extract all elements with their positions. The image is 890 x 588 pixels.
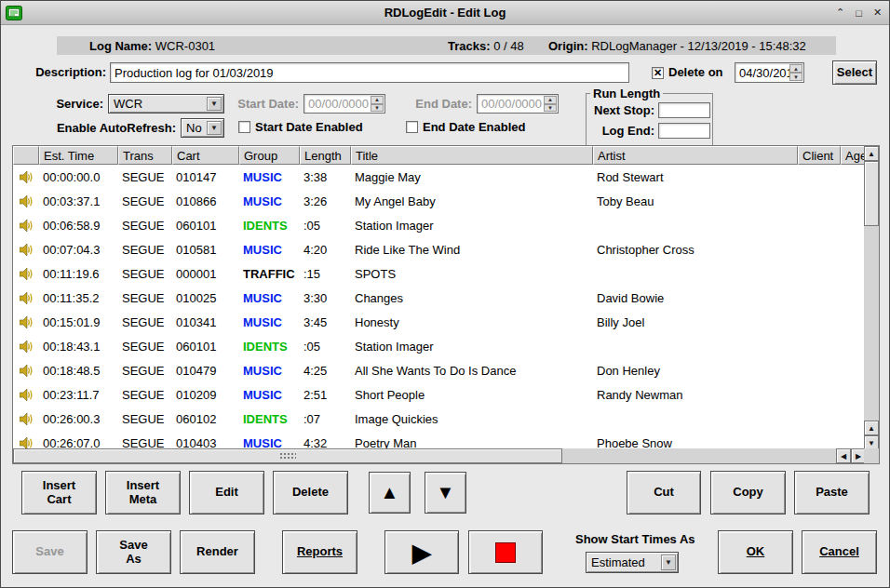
row-est-time: 00:15:01.9: [39, 315, 118, 329]
row-cart: 000001: [172, 267, 239, 281]
row-length: 3:45: [300, 315, 351, 329]
speaker-icon: [13, 437, 39, 449]
row-title: Short People: [351, 388, 593, 402]
save-as-button[interactable]: Save As: [96, 530, 171, 574]
description-label: Description:: [8, 65, 106, 79]
row-artist: Don Henley: [593, 364, 798, 378]
row-artist: Rod Stewart: [593, 170, 798, 184]
start-date-enabled-label: Start Date Enabled: [255, 120, 363, 134]
window-shade-button[interactable]: ⌃: [832, 5, 848, 20]
window-maximize-button[interactable]: □: [851, 5, 867, 20]
row-title: Honesty: [351, 315, 593, 329]
vertical-scrollbar[interactable]: ▲ ▲ ▼: [864, 146, 879, 450]
column-cart[interactable]: Cart: [172, 146, 239, 165]
column-est-time[interactable]: Est. Time: [39, 146, 118, 165]
play-button[interactable]: ▶: [384, 530, 459, 574]
cancel-button[interactable]: Cancel: [802, 530, 877, 574]
dropdown-arrow-icon: ▼: [661, 555, 676, 570]
next-stop-label: Next Stop:: [587, 103, 654, 117]
ok-button[interactable]: OK: [718, 530, 793, 574]
column-client[interactable]: Client: [798, 146, 841, 165]
save-button: Save: [12, 530, 88, 574]
dropdown-arrow-icon: ▼: [207, 121, 222, 135]
end-date-enabled-label: End Date Enabled: [423, 120, 526, 134]
select-date-button[interactable]: Select: [832, 60, 877, 85]
delete-button[interactable]: Delete: [273, 471, 348, 514]
column-trans[interactable]: Trans: [118, 146, 172, 165]
render-button[interactable]: Render: [180, 530, 255, 574]
column-artist[interactable]: Artist: [593, 146, 798, 165]
row-group: IDENTS: [239, 412, 300, 426]
window-close-button[interactable]: ✕: [870, 5, 885, 20]
table-row[interactable]: 00:15:01.9 SEGUE 010341 MUSIC 3:45 Hones…: [13, 310, 865, 334]
row-cart: 060101: [172, 219, 239, 233]
service-dropdown[interactable]: WCR ▼: [108, 94, 224, 114]
table-row[interactable]: 00:00:00.0 SEGUE 010147 MUSIC 3:38 Maggi…: [13, 165, 865, 189]
autorefresh-label: Enable AutoRefresh:: [27, 121, 176, 135]
start-date-enabled-checkbox[interactable]: [238, 121, 250, 133]
table-row[interactable]: 00:26:00.3 SEGUE 060102 IDENTS :07 Image…: [13, 407, 865, 431]
horizontal-scrollbar-thumb[interactable]: [13, 448, 562, 463]
vertical-scrollbar-thumb[interactable]: [864, 161, 879, 226]
scroll-up-button-bottom[interactable]: ▲: [864, 421, 879, 435]
scroll-right-icon: ▶: [856, 452, 861, 461]
paste-button[interactable]: Paste: [794, 471, 870, 514]
row-group: MUSIC: [239, 194, 300, 208]
table-row[interactable]: 00:07:04.3 SEGUE 010581 MUSIC 4:20 Ride …: [13, 237, 865, 261]
edit-button[interactable]: Edit: [189, 471, 264, 514]
row-group: MUSIC: [239, 388, 300, 402]
dropdown-arrow-icon: ▼: [207, 97, 222, 111]
table-row[interactable]: 00:03:37.1 SEGUE 010866 MUSIC 3:26 My An…: [13, 189, 865, 213]
move-down-button[interactable]: ▼: [425, 472, 466, 514]
table-row[interactable]: 00:11:35.2 SEGUE 010025 MUSIC 3:30 Chang…: [13, 286, 865, 310]
spin-down-icon[interactable]: ▼: [789, 73, 802, 81]
delete-on-checkbox[interactable]: ✕: [652, 67, 664, 79]
reports-button[interactable]: Reports: [282, 530, 357, 574]
start-date-label: Start Date:: [228, 97, 299, 111]
scroll-left-button[interactable]: ◀: [836, 448, 851, 463]
table-row[interactable]: 00:18:43.1 SEGUE 060101 IDENTS :05 Stati…: [13, 334, 865, 358]
speaker-icon: [13, 268, 39, 280]
row-trans: SEGUE: [118, 267, 172, 281]
table-row[interactable]: 00:18:48.5 SEGUE 010479 MUSIC 4:25 All S…: [13, 358, 865, 382]
delete-on-date-spinbox[interactable]: 04/30/2019 ▲ ▼: [735, 62, 804, 83]
insert-cart-button[interactable]: Insert Cart: [21, 471, 97, 514]
ok-label: OK: [747, 545, 765, 559]
end-date-enabled-checkbox[interactable]: [406, 121, 418, 133]
column-group[interactable]: Group: [239, 146, 300, 165]
move-up-button[interactable]: ▲: [369, 472, 411, 514]
scroll-down-icon: ▼: [868, 439, 875, 448]
spin-down-icon: ▼: [544, 104, 557, 113]
description-input[interactable]: [110, 62, 629, 83]
log-end-input[interactable]: [658, 123, 710, 139]
table-row[interactable]: 00:26:07.0 SEGUE 010403 MUSIC 4:32 Poetr…: [13, 431, 865, 449]
column-age[interactable]: Age: [841, 146, 865, 165]
column-title[interactable]: Title: [351, 146, 593, 165]
row-trans: SEGUE: [118, 194, 172, 208]
cut-button[interactable]: Cut: [627, 471, 701, 514]
row-group: MUSIC: [239, 364, 300, 378]
spin-up-icon: ▲: [544, 96, 557, 104]
row-est-time: 00:11:19.6: [39, 267, 118, 281]
table-header: Est. Time Trans Cart Group Length Title …: [13, 146, 865, 165]
down-arrow-icon: ▼: [437, 482, 455, 503]
row-trans: SEGUE: [118, 340, 172, 354]
table-row[interactable]: 00:06:58.9 SEGUE 060101 IDENTS :05 Stati…: [13, 213, 865, 237]
column-icon[interactable]: [13, 146, 39, 165]
stop-button[interactable]: [468, 530, 543, 574]
next-stop-input[interactable]: [658, 102, 710, 118]
scroll-up-button[interactable]: ▲: [864, 146, 879, 161]
horizontal-scrollbar[interactable]: ◀ ▶: [13, 448, 866, 463]
show-start-times-dropdown[interactable]: Estimated ▼: [586, 552, 679, 573]
autorefresh-dropdown[interactable]: No ▼: [181, 118, 224, 138]
show-start-times-label: Show Start Times As: [575, 532, 695, 546]
row-group: IDENTS: [239, 340, 300, 354]
spin-up-icon[interactable]: ▲: [789, 64, 802, 73]
copy-button[interactable]: Copy: [710, 471, 786, 514]
row-group: MUSIC: [239, 436, 300, 450]
column-length[interactable]: Length: [300, 146, 351, 165]
table-row[interactable]: 00:11:19.6 SEGUE 000001 TRAFFIC :15 SPOT…: [13, 261, 865, 286]
table-row[interactable]: 00:23:11.7 SEGUE 010209 MUSIC 2:51 Short…: [13, 382, 865, 407]
speaker-icon: [13, 244, 39, 256]
insert-meta-button[interactable]: Insert Meta: [105, 471, 181, 514]
